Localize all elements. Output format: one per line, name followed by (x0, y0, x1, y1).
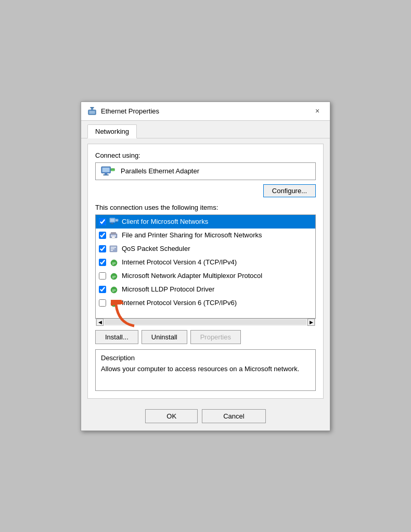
svg-rect-9 (111, 169, 114, 171)
svg-rect-6 (105, 173, 107, 174)
multiplexor-icon: IP (109, 272, 119, 280)
list-item[interactable]: Client for Microsoft Networks (96, 215, 315, 229)
item-checkbox-7[interactable] (99, 299, 106, 307)
adapter-box: Parallels Ethernet Adapter (95, 162, 316, 180)
ok-button[interactable]: OK (145, 409, 198, 423)
description-title: Description (101, 354, 310, 362)
scroll-right-button[interactable]: ▶ (307, 319, 315, 326)
items-list-container: Client for Microsoft Networks File and P… (95, 214, 316, 326)
svg-rect-24 (111, 248, 114, 249)
title-bar: Ethernet Properties × (81, 102, 330, 121)
close-button[interactable]: × (311, 105, 324, 117)
list-item[interactable]: IP Microsoft LLDP Protocol Driver (96, 283, 315, 296)
tab-networking[interactable]: Networking (87, 124, 137, 138)
list-item[interactable]: IP Internet Protocol Version 4 (TCP/IPv4… (96, 256, 315, 269)
svg-rect-21 (112, 236, 115, 238)
description-box: Description Allows your computer to acce… (95, 349, 316, 391)
window-title: Ethernet Properties (101, 107, 159, 115)
svg-rect-13 (110, 223, 114, 224)
items-label: This connection uses the following items… (95, 204, 316, 211)
svg-rect-17 (115, 222, 118, 222)
item-checkbox-1[interactable] (99, 218, 106, 225)
connect-using-label: Connect using: (95, 151, 316, 159)
orange-arrow-annotation (111, 300, 142, 330)
scroll-left-button[interactable]: ◀ (96, 319, 104, 326)
item-label-5: Microsoft Network Adapter Multiplexor Pr… (122, 272, 262, 280)
item-label-4: Internet Protocol Version 4 (TCP/IPv4) (122, 258, 237, 266)
list-item[interactable]: File and Printer Sharing for Microsoft N… (96, 229, 315, 242)
dialog-body: Connect using: Parallels Ethernet Adapte… (87, 144, 324, 399)
adapter-icon (101, 166, 115, 176)
configure-row: Configure... (95, 184, 316, 197)
install-button[interactable]: Install... (95, 330, 138, 344)
item-checkbox-4[interactable] (99, 259, 106, 266)
svg-rect-25 (111, 250, 113, 251)
svg-rect-7 (103, 174, 109, 175)
window-icon (87, 106, 97, 116)
description-text: Allows your computer to access resources… (101, 364, 310, 374)
item-label-6: Microsoft LLDP Protocol Driver (122, 285, 214, 293)
svg-rect-23 (111, 247, 116, 248)
svg-rect-12 (111, 222, 113, 223)
list-item[interactable]: IP Microsoft Network Adapter Multiplexor… (96, 269, 315, 283)
svg-text:IP: IP (112, 275, 116, 278)
svg-rect-3 (90, 107, 94, 108)
item-checkbox-6[interactable] (99, 286, 106, 293)
network-client-icon (109, 218, 119, 226)
svg-rect-20 (111, 232, 116, 234)
adapter-name: Parallels Ethernet Adapter (121, 167, 199, 175)
svg-text:IP: IP (112, 261, 116, 265)
action-buttons: Install... Uninstall Properties (95, 330, 316, 344)
ipv4-icon: IP (109, 258, 119, 267)
svg-rect-1 (89, 111, 95, 113)
dialog-footer: OK Cancel (81, 404, 330, 430)
item-label-3: QoS Packet Scheduler (122, 245, 190, 252)
configure-button[interactable]: Configure... (263, 184, 316, 197)
svg-text:IP: IP (112, 288, 116, 292)
uninstall-button[interactable]: Uninstall (142, 330, 187, 344)
qos-icon (109, 245, 119, 253)
title-bar-left: Ethernet Properties (87, 106, 159, 116)
svg-rect-16 (116, 221, 117, 222)
properties-button[interactable]: Properties (190, 330, 241, 344)
item-checkbox-3[interactable] (99, 245, 106, 252)
svg-rect-5 (102, 168, 110, 172)
svg-rect-15 (116, 220, 118, 221)
lldp-icon: IP (109, 285, 119, 294)
cancel-button[interactable]: Cancel (202, 409, 265, 423)
ethernet-properties-dialog: Ethernet Properties × Networking Connect… (81, 102, 330, 431)
item-checkbox-5[interactable] (99, 272, 106, 280)
item-checkbox-2[interactable] (99, 232, 106, 239)
list-item[interactable]: QoS Packet Scheduler (96, 242, 315, 256)
tab-bar: Networking (81, 121, 330, 138)
printer-sharing-icon (109, 231, 119, 239)
svg-rect-11 (110, 219, 114, 222)
item-label-2: File and Printer Sharing for Microsoft N… (122, 231, 262, 239)
item-label-1: Client for Microsoft Networks (122, 218, 208, 225)
